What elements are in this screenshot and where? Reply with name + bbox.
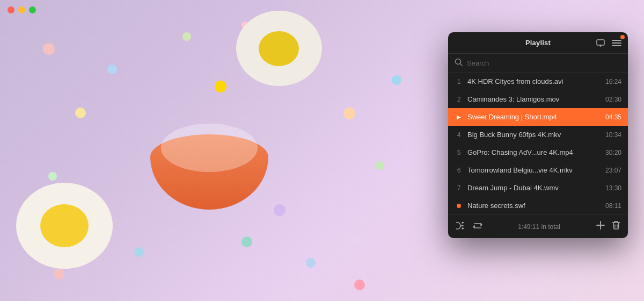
playlist-panel: Playlist [448, 32, 628, 238]
shuffle-icon[interactable] [456, 222, 465, 232]
item-duration: 16:24 [605, 78, 621, 85]
playlist-item[interactable]: 2 Caminandes 3: Llamigos.mov 02:30 [448, 90, 628, 108]
playlist-item[interactable]: 4 Big Buck Bunny 60fps 4K.mkv 10:34 [448, 126, 628, 144]
playlist-item[interactable]: ▶ Sweet Dreaming | Short.mp4 04:35 [448, 108, 628, 126]
playlist-items: 1 4K HDR Cityes from clouds.avi 16:24 2 … [448, 73, 628, 214]
search-icon [455, 58, 463, 68]
item-number: 6 [455, 167, 463, 174]
panel-header: Playlist [448, 32, 628, 54]
item-duration: 30:20 [605, 149, 621, 156]
add-icon[interactable] [596, 220, 605, 233]
playlist-item[interactable]: Nature secrets.swf 08:11 [448, 197, 628, 214]
item-name: GoPro: Chasing AdV...ure 4K.mp4 [467, 148, 598, 156]
traffic-lights [0, 0, 43, 20]
header-icons [595, 37, 623, 49]
item-number: 5 [455, 149, 463, 156]
panel-footer: 1:49:11 in total [448, 214, 628, 238]
item-name: Big Buck Bunny 60fps 4K.mkv [467, 131, 598, 139]
item-duration: 04:35 [605, 113, 621, 121]
footer-controls [456, 221, 482, 232]
footer-actions [596, 220, 620, 233]
minimize-button[interactable] [18, 6, 25, 13]
playlist-item[interactable]: 7 Dream Jump - Dubai 4K.wmv 13:30 [448, 179, 628, 197]
item-name: 4K HDR Cityes from clouds.avi [467, 77, 598, 85]
play-icon: ▶ [455, 114, 463, 120]
item-duration: 02:30 [605, 96, 621, 103]
panel-title: Playlist [525, 39, 551, 47]
playlist-item[interactable]: 1 4K HDR Cityes from clouds.avi 16:24 [448, 73, 628, 90]
item-dot-indicator [455, 202, 463, 210]
screen-icon[interactable] [595, 37, 606, 49]
item-number: 1 [455, 78, 463, 85]
item-number: 4 [455, 131, 463, 139]
playlist-item[interactable]: 5 GoPro: Chasing AdV...ure 4K.mp4 30:20 [448, 144, 628, 161]
item-duration: 13:30 [605, 184, 621, 192]
item-duration: 10:34 [605, 131, 621, 139]
item-name: Sweet Dreaming | Short.mp4 [467, 113, 598, 121]
playlist-item[interactable]: 6 Tomorrowland Belgiu...vie 4K.mkv 23:07 [448, 161, 628, 179]
close-button[interactable] [8, 6, 14, 13]
search-input[interactable] [467, 59, 621, 67]
menu-badge [620, 35, 625, 39]
item-name: Caminandes 3: Llamigos.mov [467, 95, 598, 103]
item-number: 7 [455, 184, 463, 192]
item-duration: 23:07 [605, 167, 621, 174]
svg-line-7 [460, 64, 463, 66]
svg-rect-0 [597, 40, 604, 45]
menu-icon[interactable] [611, 37, 623, 49]
item-name: Tomorrowland Belgiu...vie 4K.mkv [467, 166, 598, 174]
item-duration: 08:11 [605, 202, 621, 210]
delete-icon[interactable] [612, 220, 620, 233]
item-name: Nature secrets.swf [467, 202, 598, 210]
total-time: 1:49:11 in total [518, 223, 560, 231]
search-bar [448, 54, 628, 73]
item-number: 2 [455, 96, 463, 103]
item-name: Dream Jump - Dubai 4K.wmv [467, 184, 598, 192]
repeat-icon[interactable] [473, 221, 482, 232]
maximize-button[interactable] [29, 6, 36, 13]
